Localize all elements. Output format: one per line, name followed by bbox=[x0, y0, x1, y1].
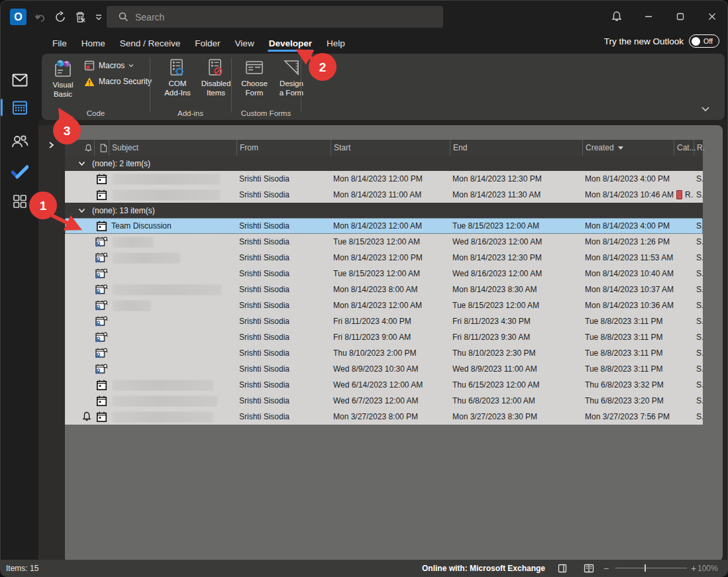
row-r: S. bbox=[694, 174, 703, 184]
row-created: Tue 8/8/2023 3:11 PM bbox=[582, 348, 674, 358]
redacted-subject bbox=[113, 252, 180, 264]
group-header[interactable]: (none): 2 item(s) bbox=[65, 156, 703, 171]
macros-button[interactable]: Macros bbox=[84, 59, 134, 72]
empty-deleted-items-button[interactable] bbox=[72, 9, 89, 26]
table-row[interactable]: Srishti SisodiaThu 8/10/2023 2:00 PMThu … bbox=[65, 345, 703, 361]
table-row[interactable]: Srishti SisodiaTue 8/15/2023 12:00 AMWed… bbox=[65, 234, 703, 250]
row-start: Wed 6/14/2023 12:00 AM bbox=[331, 380, 450, 390]
zoom-slider-thumb[interactable] bbox=[645, 564, 646, 572]
header-item-type-column[interactable] bbox=[94, 140, 109, 156]
tab-view[interactable]: View bbox=[228, 32, 262, 54]
row-type-cell bbox=[94, 236, 109, 248]
group-label-custom-forms: Custom Forms bbox=[231, 109, 301, 117]
zoom-in-button[interactable]: + bbox=[691, 560, 696, 576]
collapse-group-icon[interactable] bbox=[78, 208, 85, 213]
collapse-group-icon[interactable] bbox=[78, 161, 85, 166]
row-r: S. bbox=[694, 301, 703, 310]
row-start: Mon 8/14/2023 12:00 AM bbox=[331, 221, 450, 231]
row-subject bbox=[109, 174, 236, 185]
item-type-column-icon bbox=[99, 144, 107, 152]
table-row[interactable]: Srishti SisodiaMon 3/27/2023 8:00 PMMon … bbox=[65, 409, 703, 425]
list-panel: SubjectFromStartEndCreatedCat...R.(none)… bbox=[38, 125, 723, 561]
row-from: Srishti Sisodia bbox=[236, 190, 331, 199]
send-receive-button[interactable] bbox=[52, 9, 69, 26]
header-end[interactable]: End bbox=[450, 140, 582, 156]
warning-icon bbox=[84, 77, 95, 87]
try-new-outlook-label: Try the new Outlook bbox=[604, 36, 684, 46]
zoom-slider-track[interactable] bbox=[615, 568, 687, 568]
table-row[interactable]: Srishti SisodiaWed 8/9/2023 10:30 AMWed … bbox=[65, 361, 703, 377]
search-icon bbox=[119, 12, 129, 22]
header-from[interactable]: From bbox=[236, 140, 331, 156]
maximize-icon bbox=[676, 13, 684, 21]
appointment-icon bbox=[96, 395, 107, 407]
table-row[interactable]: Srishti SisodiaFri 8/11/2023 4:00 PMFri … bbox=[65, 313, 703, 329]
table-row[interactable]: Srishti SisodiaMon 8/14/2023 11:00 AMMon… bbox=[65, 187, 703, 203]
table-row[interactable]: Srishti SisodiaWed 6/7/2023 12:00 AMThu … bbox=[65, 393, 703, 409]
table-row[interactable]: Srishti SisodiaMon 8/14/2023 8:00 AMMon … bbox=[65, 282, 703, 297]
row-from: Srishti Sisodia bbox=[236, 237, 331, 246]
maximize-button[interactable] bbox=[670, 7, 690, 26]
outlook-window: O Search FileHomeSend / ReceiveF bbox=[0, 0, 728, 577]
choose-form-button[interactable]: Choose Form bbox=[236, 56, 272, 111]
tab-label: Folder bbox=[195, 38, 220, 48]
minimize-button[interactable] bbox=[639, 7, 658, 26]
tab-developer[interactable]: Developer bbox=[262, 32, 319, 54]
table-row[interactable]: Srishti SisodiaMon 8/14/2023 12:00 PMMon… bbox=[65, 171, 703, 187]
sync-icon bbox=[54, 11, 67, 24]
com-add-ins-button[interactable]: COM Add-Ins bbox=[158, 56, 197, 111]
collapse-ribbon-button[interactable] bbox=[701, 103, 710, 115]
header-reminder-column[interactable] bbox=[79, 140, 94, 156]
tab-file[interactable]: File bbox=[45, 32, 74, 54]
table-row[interactable]: Srishti SisodiaMon 8/14/2023 12:00 PMMon… bbox=[65, 250, 703, 266]
nav-mail[interactable] bbox=[1, 67, 38, 93]
tab-send-receive[interactable]: Send / Receive bbox=[113, 32, 188, 54]
row-end: Wed 8/9/2023 11:00 AM bbox=[450, 364, 582, 374]
nav-calendar[interactable] bbox=[1, 94, 38, 121]
row-created: Tue 8/8/2023 3:11 PM bbox=[582, 364, 674, 374]
undo-button[interactable] bbox=[32, 9, 49, 26]
search-input[interactable]: Search bbox=[107, 6, 443, 28]
design-form-button[interactable]: Design a Form bbox=[274, 56, 309, 111]
zoom-level[interactable]: 100% bbox=[698, 560, 718, 576]
nav-more-apps[interactable] bbox=[1, 188, 38, 215]
visual-basic-button[interactable]: Visual Basic bbox=[44, 56, 81, 111]
redacted-subject bbox=[113, 236, 154, 248]
close-button[interactable] bbox=[702, 7, 722, 26]
title-bar: O Search bbox=[1, 1, 728, 32]
group-header[interactable]: (none): 13 item(s) bbox=[65, 203, 703, 218]
tab-home[interactable]: Home bbox=[74, 32, 113, 54]
customize-quick-access-button[interactable] bbox=[90, 9, 107, 26]
table-row[interactable]: Team DiscussionSrishti SisodiaMon 8/14/2… bbox=[65, 218, 703, 234]
row-subject bbox=[109, 411, 236, 423]
meeting-request-icon bbox=[95, 252, 108, 264]
view-reading-button[interactable] bbox=[580, 562, 598, 574]
nav-todo[interactable] bbox=[1, 158, 38, 185]
row-r: S. bbox=[694, 237, 703, 246]
disabled-items-button[interactable]: Disabled Items bbox=[198, 56, 234, 111]
table-row[interactable]: Srishti SisodiaTue 8/15/2023 12:00 AMWed… bbox=[65, 266, 703, 282]
meeting-request-icon bbox=[95, 268, 108, 280]
header-start[interactable]: Start bbox=[331, 140, 450, 156]
header-created[interactable]: Created bbox=[582, 140, 674, 156]
view-normal-button[interactable] bbox=[554, 562, 571, 574]
table-row[interactable]: Srishti SisodiaWed 6/14/2023 12:00 AMThu… bbox=[65, 377, 703, 393]
table-row[interactable]: Srishti SisodiaMon 8/14/2023 12:00 AMTue… bbox=[65, 297, 703, 313]
expand-folder-pane-button[interactable] bbox=[47, 140, 55, 152]
zoom-out-button[interactable]: − bbox=[603, 560, 609, 576]
nav-people[interactable] bbox=[1, 128, 38, 154]
tab-help[interactable]: Help bbox=[319, 32, 352, 54]
header-r[interactable]: R. bbox=[694, 140, 703, 156]
row-created: Mon 3/27/2023 7:56 PM bbox=[582, 412, 674, 421]
header-subject[interactable]: Subject bbox=[109, 140, 236, 156]
macro-security-button[interactable]: Macro Security bbox=[84, 75, 152, 88]
notifications-button[interactable] bbox=[607, 7, 627, 26]
row-r: S. bbox=[694, 190, 703, 199]
table-row[interactable]: Srishti SisodiaFri 8/11/2023 9:00 AMFri … bbox=[65, 329, 703, 345]
group-separator bbox=[301, 58, 301, 112]
header-category[interactable]: Cat... bbox=[674, 140, 694, 156]
row-end: Wed 8/16/2023 12:00 AM bbox=[450, 269, 582, 278]
tab-folder[interactable]: Folder bbox=[187, 32, 227, 54]
new-outlook-toggle[interactable]: Off bbox=[689, 34, 719, 48]
group-label-code: Code bbox=[42, 109, 150, 117]
